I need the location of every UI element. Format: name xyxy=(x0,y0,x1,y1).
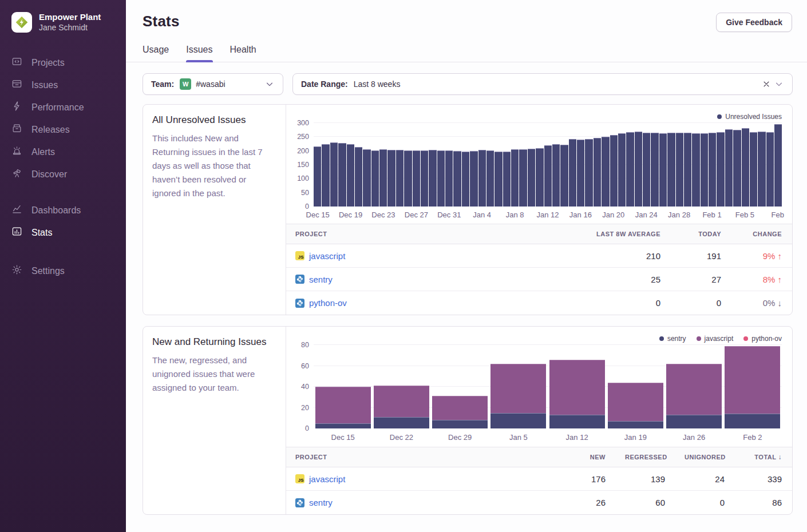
sidebar-item-performance[interactable]: Performance xyxy=(11,98,126,117)
bar xyxy=(544,145,552,207)
column-header-regressed[interactable]: Regressed xyxy=(616,454,675,460)
x-tick-label: Jan 5 xyxy=(489,428,548,443)
bar xyxy=(733,130,741,207)
bar xyxy=(569,139,576,207)
x-tick-label: Jan 19 xyxy=(606,428,664,443)
alerts-icon xyxy=(11,145,22,158)
unresolved-issues-card: All Unresolved Issues This includes New … xyxy=(143,104,793,315)
sidebar-item-issues[interactable]: Issues xyxy=(11,76,126,94)
value-cell: 26 xyxy=(556,498,616,507)
column-header-unignored[interactable]: Unignored xyxy=(675,454,735,460)
bar-group-jan-26 xyxy=(665,345,723,428)
bar xyxy=(594,138,601,207)
table-header-row: ProjectLast 8w AverageTodayChange xyxy=(286,224,792,244)
tab-health[interactable]: Health xyxy=(230,45,256,62)
chevron-down-icon xyxy=(773,80,785,88)
date-range-value: Last 8 weeks xyxy=(354,80,401,89)
bar xyxy=(429,150,436,207)
bar xyxy=(338,143,346,207)
give-feedback-button[interactable]: Give Feedback xyxy=(716,13,792,32)
segment-javascript xyxy=(374,386,429,417)
x-tick-label: Dec 22 xyxy=(372,428,430,443)
new-returning-description: New and Returning Issues The new, regres… xyxy=(143,327,286,514)
sidebar-item-settings[interactable]: Settings xyxy=(11,261,126,280)
y-tick-label: 20 xyxy=(301,404,309,412)
change-cell: 8% ↑ xyxy=(731,275,792,284)
column-header-total[interactable]: Total↓ xyxy=(735,453,792,461)
team-label: Team: xyxy=(151,80,174,89)
bar xyxy=(692,133,699,207)
stack xyxy=(490,345,546,428)
project-cell: JSjavascript xyxy=(286,474,556,484)
column-header-new[interactable]: New xyxy=(556,454,616,460)
segment-sentry xyxy=(315,423,371,428)
table-row: JSjavascript2101919% ↑ xyxy=(286,244,792,268)
x-tick-label: Jan 12 xyxy=(536,211,559,219)
table-row: JSjavascript17613924339 xyxy=(286,467,792,491)
bar-group-feb-2 xyxy=(723,345,782,428)
column-header-last-8w-average: Last 8w Average xyxy=(573,231,671,237)
page-header: Stats Give Feedback UsageIssuesHealth xyxy=(126,0,807,62)
legend-item-javascript: javascript xyxy=(697,335,734,343)
stack xyxy=(666,345,722,428)
card-text: The new, regressed, and unignored issues… xyxy=(152,354,276,395)
y-tick-label: 250 xyxy=(297,133,309,141)
bar xyxy=(511,149,519,207)
x-axis-labels: Dec 15Dec 19Dec 23Dec 27Dec 31Jan 4Jan 8… xyxy=(314,207,782,220)
stack xyxy=(608,345,663,428)
project-link-sentry[interactable]: sentry xyxy=(309,498,333,507)
project-link-javascript[interactable]: javascript xyxy=(309,251,345,261)
bar xyxy=(742,128,749,207)
value-cell: 25 xyxy=(573,275,671,284)
sidebar-item-alerts[interactable]: Alerts xyxy=(11,142,126,161)
bar xyxy=(536,148,543,207)
change-cell: 9% ↑ xyxy=(731,251,792,261)
clear-icon[interactable] xyxy=(760,80,773,88)
unresolved-plot xyxy=(314,123,782,207)
y-tick-label: 300 xyxy=(297,119,309,127)
project-link-sentry[interactable]: sentry xyxy=(309,275,333,284)
bar xyxy=(413,150,420,207)
sidebar-item-projects[interactable]: Projects xyxy=(11,53,126,72)
bar xyxy=(437,150,445,207)
segment-sentry xyxy=(490,413,546,428)
sidebar-item-discover[interactable]: Discover xyxy=(11,165,126,184)
x-tick-label: Jan 26 xyxy=(665,428,723,443)
project-link-javascript[interactable]: javascript xyxy=(309,474,345,484)
bar xyxy=(701,133,708,207)
team-select[interactable]: Team: W #wasabi xyxy=(143,73,283,95)
value-cell: 24 xyxy=(675,474,735,484)
tab-bar: UsageIssuesHealth xyxy=(143,45,792,62)
sidebar-item-stats[interactable]: Stats xyxy=(11,223,126,242)
value-cell: 86 xyxy=(735,498,792,507)
date-range-label: Date Range: xyxy=(301,80,348,89)
segment-javascript xyxy=(666,364,722,415)
sidebar-item-releases[interactable]: Releases xyxy=(11,120,126,139)
org-switcher[interactable]: Empower Plant Jane Schmidt xyxy=(11,11,126,33)
x-tick-label: Jan 24 xyxy=(635,211,658,219)
tab-usage[interactable]: Usage xyxy=(143,45,169,62)
legend-dot-icon xyxy=(659,336,664,341)
value-cell: 210 xyxy=(573,251,671,261)
project-cell: sentry xyxy=(286,275,573,284)
sidebar: Empower Plant Jane Schmidt ProjectsIssue… xyxy=(0,0,126,532)
legend-dot-icon xyxy=(743,336,748,341)
sidebar-item-label: Issues xyxy=(31,80,58,90)
bar xyxy=(667,133,675,207)
sort-descending-icon: ↓ xyxy=(778,453,782,461)
x-tick-label: Feb 5 xyxy=(735,211,754,219)
date-range-select[interactable]: Date Range: Last 8 weeks xyxy=(292,73,793,95)
project-link-python-ov[interactable]: python-ov xyxy=(309,298,347,308)
project-cell: python-ov xyxy=(286,298,573,308)
tab-issues[interactable]: Issues xyxy=(186,45,212,62)
y-tick-label: 0 xyxy=(305,203,309,211)
x-tick-label: Dec 19 xyxy=(339,211,362,219)
bar-group-dec-15 xyxy=(314,345,372,428)
sidebar-item-dashboards[interactable]: Dashboards xyxy=(11,201,126,220)
bar-group-jan-12 xyxy=(548,345,606,428)
org-user: Jane Schmidt xyxy=(39,22,101,33)
nav-group: DashboardsStats xyxy=(11,201,126,242)
bar xyxy=(404,150,412,207)
y-tick-label: 100 xyxy=(297,174,309,182)
bar xyxy=(635,132,642,207)
